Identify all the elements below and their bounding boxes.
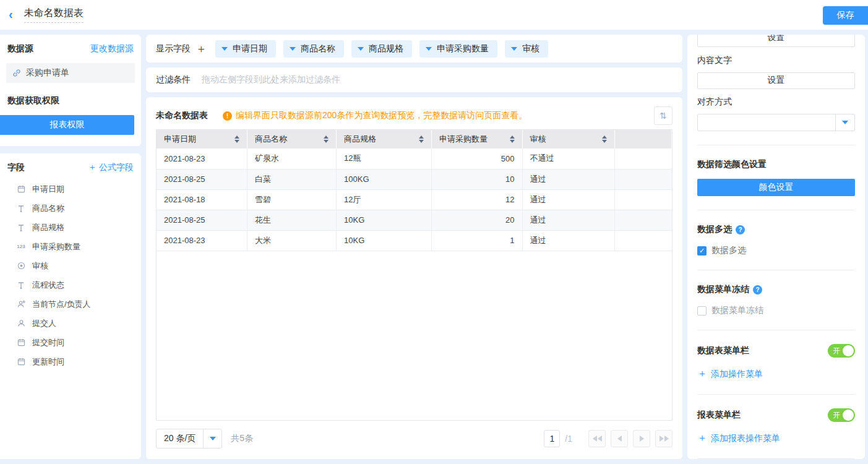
content-text-settings-button[interactable]: 设置 (697, 72, 855, 89)
sort-icon[interactable] (234, 135, 239, 143)
table-row[interactable]: 2021-08-18雪碧12厅12通过 (157, 189, 672, 210)
display-field-chip[interactable]: 申请采购数量 (419, 40, 497, 58)
sort-icon[interactable] (419, 135, 424, 143)
fields-title: 字段 (7, 162, 25, 173)
display-field-chip[interactable]: 商品规格 (351, 40, 412, 58)
display-field-chip[interactable]: 审核 (505, 40, 548, 58)
table-cell: 2021-08-23 (157, 230, 247, 251)
report-menu-toggle[interactable]: 开 (828, 408, 855, 422)
prev-page-button[interactable] (611, 430, 628, 447)
chevron-down-icon[interactable] (511, 47, 517, 51)
chevron-down-icon[interactable] (835, 114, 854, 131)
field-item[interactable]: 商品名称 (0, 199, 141, 218)
save-button[interactable]: 保存 (823, 6, 868, 25)
column-header-label: 商品名称 (255, 134, 287, 145)
page-size-select[interactable]: 20 条/页 (156, 429, 222, 449)
table-cell: 2021-08-25 (157, 169, 247, 189)
change-datasource-link[interactable]: 更改数据源 (90, 43, 134, 54)
column-header[interactable]: 申请采购数量 (432, 130, 523, 148)
display-field-chips: 申请日期商品名称商品规格申请采购数量审核 (215, 40, 548, 58)
table-cell: 500 (432, 148, 523, 169)
sort-icon[interactable] (510, 135, 515, 143)
chevron-down-icon[interactable] (358, 47, 364, 51)
help-icon[interactable]: ? (753, 285, 762, 294)
sort-icon[interactable] (324, 135, 329, 143)
table-cell: 通过 (522, 230, 614, 251)
table-menu-toggle[interactable]: 开 (828, 344, 855, 358)
chevron-down-icon[interactable] (221, 47, 228, 51)
table-cell-empty (614, 189, 671, 210)
column-header-label: 审核 (530, 134, 546, 145)
table-cell: 通过 (522, 189, 614, 210)
radio-icon (16, 261, 26, 271)
menu-freeze-checkbox-row[interactable]: 数据菜单冻结 (697, 305, 855, 316)
field-item[interactable]: 商品规格 (0, 218, 141, 237)
table-row[interactable]: 2021-08-25白菜100KG10通过 (157, 169, 672, 189)
first-page-button[interactable] (588, 430, 606, 447)
field-item[interactable]: 申请日期 (0, 179, 141, 199)
settings-panel: 设置 内容文字 设置 对齐方式 数据筛选颜色设置 颜色设置 数据多选 ? ✓ 数… (687, 35, 865, 459)
table-cell: 不通过 (522, 148, 614, 169)
header-text-settings-button[interactable]: 设置 (697, 35, 855, 47)
datasource-item[interactable]: 采购申请单 (6, 63, 135, 83)
field-item[interactable]: 提交时间 (0, 333, 141, 352)
field-item-label: 当前节点/负责人 (32, 299, 91, 310)
align-select[interactable] (697, 114, 855, 131)
table-row[interactable]: 2021-08-23大米10KG1通过 (157, 230, 672, 251)
table-menu-title: 数据表菜单栏 (697, 345, 749, 356)
chevron-down-icon[interactable] (203, 429, 221, 448)
table-header-row: 申请日期商品名称商品规格申请采购数量审核 (157, 130, 672, 148)
add-report-action-menu-link[interactable]: ＋ 添加报表操作菜单 (697, 432, 855, 445)
chevron-down-icon[interactable] (290, 47, 296, 51)
help-icon[interactable]: ? (736, 225, 745, 234)
add-display-field-icon[interactable]: ＋ (196, 43, 207, 54)
checkbox-checked-icon[interactable]: ✓ (697, 246, 707, 256)
page-body: 数据源 更改数据源 采购申请单 数据获取权限 报表权限 字段 ＋ 公式字段 申请… (0, 30, 868, 459)
field-item[interactable]: 提交人 (0, 314, 141, 333)
chip-label: 申请采购数量 (437, 43, 489, 54)
column-header[interactable]: 申请日期 (157, 130, 247, 148)
left-sidebar: 数据源 更改数据源 采购申请单 数据获取权限 报表权限 字段 ＋ 公式字段 申请… (0, 35, 141, 459)
display-field-chip[interactable]: 申请日期 (215, 40, 276, 58)
column-header[interactable]: 商品规格 (337, 130, 432, 148)
link-icon (12, 69, 21, 77)
field-item[interactable]: 当前节点/负责人 (0, 294, 141, 314)
text-icon (16, 223, 26, 233)
table-row[interactable]: 2021-08-25花生10KG20通过 (157, 210, 672, 230)
add-formula-field-link[interactable]: ＋ 公式字段 (88, 162, 134, 173)
calendar-icon (16, 184, 26, 194)
multi-select-checkbox-row[interactable]: ✓ 数据多选 (697, 245, 855, 256)
table-cell: 2021-08-23 (157, 148, 247, 169)
display-field-chip[interactable]: 商品名称 (283, 40, 344, 58)
current-page-input[interactable]: 1 (544, 430, 560, 447)
table-cell: 100KG (337, 169, 432, 189)
back-icon[interactable]: ‹ (9, 8, 13, 20)
table-cell: 10KG (337, 210, 432, 230)
person-node-icon (16, 299, 26, 309)
table-cell: 花生 (247, 210, 337, 230)
report-permission-button[interactable]: 报表权限 (0, 115, 134, 135)
page-title[interactable]: 未命名数据表 (24, 7, 84, 23)
chevron-down-icon[interactable] (426, 47, 432, 51)
field-item[interactable]: 审核 (0, 256, 141, 275)
last-page-button[interactable] (655, 430, 672, 447)
field-item[interactable]: 123申请采购数量 (0, 237, 141, 256)
color-settings-button[interactable]: 颜色设置 (697, 179, 855, 196)
field-list: 申请日期商品名称商品规格123申请采购数量审核流程状态当前节点/负责人提交人提交… (0, 179, 141, 371)
sort-tool-button[interactable]: ⇅ (654, 106, 672, 125)
column-header[interactable]: 商品名称 (247, 130, 337, 148)
filter-dropzone[interactable]: 拖动左侧字段到此处来添加过滤条件 (202, 74, 340, 85)
field-item[interactable]: 流程状态 (0, 275, 141, 294)
field-item-label: 审核 (32, 260, 48, 272)
next-page-button[interactable] (633, 430, 650, 447)
field-item-label: 提交人 (32, 318, 56, 329)
table-row[interactable]: 2021-08-23矿泉水12瓶500不通过 (157, 148, 672, 169)
table-cell-empty (614, 148, 671, 169)
column-header-empty (614, 130, 671, 148)
column-header[interactable]: 审核 (522, 130, 614, 148)
add-action-menu-link[interactable]: ＋ 添加操作菜单 (697, 367, 855, 380)
checkbox-unchecked-icon[interactable] (697, 306, 707, 316)
report-menu-title: 报表菜单栏 (697, 410, 741, 421)
sort-icon[interactable] (602, 135, 607, 143)
field-item[interactable]: 更新时间 (0, 352, 141, 371)
